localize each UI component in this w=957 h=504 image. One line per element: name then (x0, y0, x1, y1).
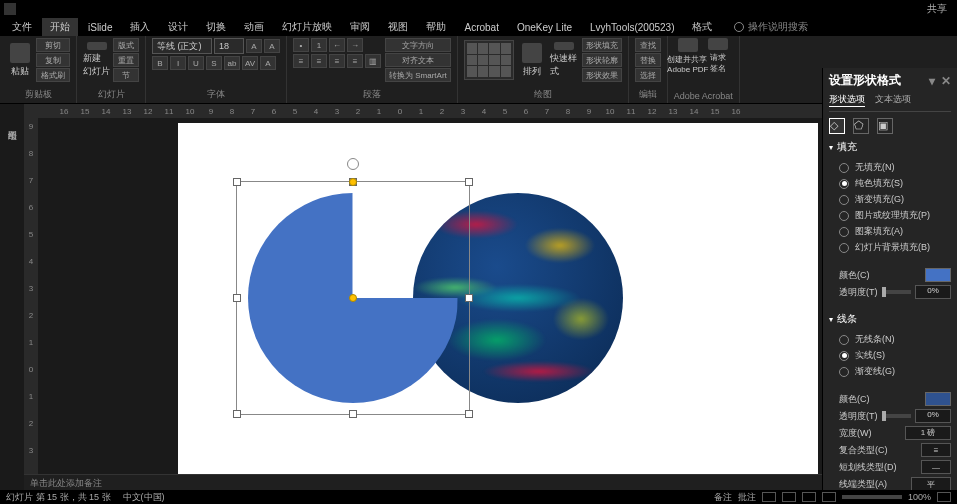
notes-toggle[interactable]: 备注 (714, 491, 732, 504)
resize-handle-mr[interactable] (465, 294, 473, 302)
line-width-input[interactable]: 1 磅 (905, 426, 951, 440)
shape-fill-button[interactable]: 形状填充 (582, 38, 622, 52)
panel-close-button[interactable]: ✕ (941, 74, 951, 88)
shadow-button[interactable]: ab (224, 56, 240, 70)
fill-option-1[interactable]: 纯色填充(S) (839, 177, 951, 190)
notes-pane[interactable]: 单击此处添加备注 (24, 474, 822, 490)
effects-icon[interactable]: ⬠ (853, 118, 869, 134)
format-painter-button[interactable]: 格式刷 (36, 68, 70, 82)
fit-to-window-button[interactable] (937, 492, 951, 502)
adjust-handle-1[interactable] (349, 178, 357, 186)
fill-option-0[interactable]: 无填充(N) (839, 161, 951, 174)
line-color-swatch[interactable] (925, 392, 951, 406)
slide-canvas-area[interactable] (38, 118, 957, 488)
menu-tab-1[interactable]: 开始 (42, 18, 78, 36)
align-right-button[interactable]: ≡ (329, 54, 345, 68)
sorter-view-button[interactable] (782, 492, 796, 502)
quick-styles-button[interactable]: 快速样式 (550, 42, 578, 78)
resize-handle-bl[interactable] (233, 410, 241, 418)
shape-effects-button[interactable]: 形状效果 (582, 68, 622, 82)
vertical-ruler[interactable]: 9876543210123456789 (24, 118, 38, 488)
replace-button[interactable]: 替换 (635, 53, 661, 67)
justify-button[interactable]: ≡ (347, 54, 363, 68)
comments-toggle[interactable]: 批注 (738, 491, 756, 504)
increase-font-button[interactable]: A (246, 39, 262, 53)
arrange-button[interactable]: 排列 (518, 42, 546, 78)
align-center-button[interactable]: ≡ (311, 54, 327, 68)
text-direction-button[interactable]: 文字方向 (385, 38, 451, 52)
strike-button[interactable]: S (206, 56, 222, 70)
slide[interactable] (178, 123, 818, 483)
resize-handle-tr[interactable] (465, 178, 473, 186)
indent-dec-button[interactable]: ← (329, 38, 345, 52)
cap-type-combo[interactable]: 平 (911, 477, 951, 490)
align-left-button[interactable]: ≡ (293, 54, 309, 68)
normal-view-button[interactable] (762, 492, 776, 502)
panel-tab-1[interactable]: 文本选项 (875, 93, 911, 107)
cut-button[interactable]: 剪切 (36, 38, 70, 52)
resize-handle-br[interactable] (465, 410, 473, 418)
shape-outline-button[interactable]: 形状轮廓 (582, 53, 622, 67)
resize-handle-ml[interactable] (233, 294, 241, 302)
search-placeholder[interactable]: 操作说明搜索 (748, 20, 808, 34)
horizontal-ruler[interactable]: 1615141312111098765432101234567891011121… (24, 104, 822, 118)
font-name-combo[interactable]: 等线 (正文) (152, 38, 212, 54)
dash-type-combo[interactable]: — (921, 460, 951, 474)
reading-view-button[interactable] (802, 492, 816, 502)
size-props-icon[interactable]: ▣ (877, 118, 893, 134)
fill-color-swatch[interactable] (925, 268, 951, 282)
adjust-handle-2[interactable] (349, 294, 357, 302)
bold-button[interactable]: B (152, 56, 168, 70)
find-button[interactable]: 查找 (635, 38, 661, 52)
layout-button[interactable]: 版式 (113, 38, 139, 52)
font-size-combo[interactable]: 18 (214, 38, 244, 54)
line-section-header[interactable]: 线条 (829, 312, 951, 326)
menu-tab-0[interactable]: 文件 (4, 18, 40, 36)
zoom-slider[interactable] (842, 495, 902, 499)
italic-button[interactable]: I (170, 56, 186, 70)
resize-handle-tl[interactable] (233, 178, 241, 186)
underline-button[interactable]: U (188, 56, 204, 70)
smartart-button[interactable]: 转换为 SmartArt (385, 68, 451, 82)
fill-line-icon[interactable]: ◇ (829, 118, 845, 134)
panel-tab-0[interactable]: 形状选项 (829, 93, 865, 107)
menu-tab-11[interactable]: Acrobat (456, 20, 506, 35)
select-button[interactable]: 选择 (635, 68, 661, 82)
menu-tab-10[interactable]: 帮助 (418, 18, 454, 36)
fill-section-header[interactable]: 填充 (829, 140, 951, 154)
new-slide-button[interactable]: 新建 幻灯片 (83, 42, 111, 78)
share-button[interactable]: 共享 (921, 2, 953, 16)
line-option-1[interactable]: 实线(S) (839, 349, 951, 362)
resize-handle-bm[interactable] (349, 410, 357, 418)
shapes-gallery[interactable] (464, 40, 514, 80)
bullets-button[interactable]: • (293, 38, 309, 52)
align-text-button[interactable]: 对齐文本 (385, 53, 451, 67)
rotate-handle[interactable] (347, 158, 359, 170)
menu-tab-14[interactable]: 格式 (684, 18, 720, 36)
paste-button[interactable]: 粘贴 (6, 42, 34, 78)
line-option-0[interactable]: 无线条(N) (839, 333, 951, 346)
menu-tab-3[interactable]: 插入 (122, 18, 158, 36)
create-pdf-button[interactable]: 创建并共享 Adobe PDF (674, 38, 702, 74)
fill-option-2[interactable]: 渐变填充(G) (839, 193, 951, 206)
copy-button[interactable]: 复制 (36, 53, 70, 67)
menu-tab-7[interactable]: 幻灯片放映 (274, 18, 340, 36)
fill-option-5[interactable]: 幻灯片背景填充(B) (839, 241, 951, 254)
spacing-button[interactable]: AV (242, 56, 258, 70)
line-transparency-slider[interactable] (882, 414, 912, 418)
panel-dropdown-icon[interactable]: ▾ (929, 74, 935, 88)
menu-tab-6[interactable]: 动画 (236, 18, 272, 36)
fill-option-4[interactable]: 图案填充(A) (839, 225, 951, 238)
menu-tab-13[interactable]: LvyhTools(200523) (582, 20, 683, 35)
menu-tab-12[interactable]: OneKey Lite (509, 20, 580, 35)
line-option-2[interactable]: 渐变线(G) (839, 365, 951, 378)
compound-type-combo[interactable]: ≡ (921, 443, 951, 457)
menu-tab-8[interactable]: 审阅 (342, 18, 378, 36)
fill-transparency-input[interactable]: 0% (915, 285, 951, 299)
decrease-font-button[interactable]: A (264, 39, 280, 53)
indent-inc-button[interactable]: → (347, 38, 363, 52)
menu-tab-2[interactable]: iSlide (80, 20, 120, 35)
language-indicator[interactable]: 中文(中国) (123, 491, 165, 504)
fill-transparency-slider[interactable] (882, 290, 912, 294)
menu-tab-4[interactable]: 设计 (160, 18, 196, 36)
